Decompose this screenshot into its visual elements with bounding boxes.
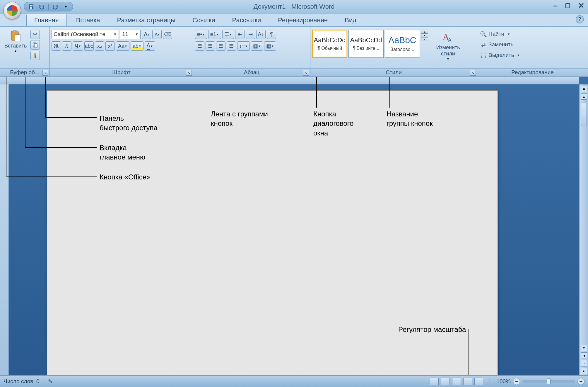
format-painter-button[interactable] bbox=[30, 51, 40, 60]
copy-button[interactable] bbox=[30, 40, 40, 50]
view-draft-button[interactable] bbox=[474, 378, 483, 385]
bold-button[interactable]: Ж bbox=[52, 41, 61, 51]
svg-rect-5 bbox=[13, 30, 17, 32]
sort-button[interactable]: A↓ bbox=[256, 30, 266, 39]
shrink-font-button[interactable]: A▾ bbox=[152, 30, 162, 39]
replace-button[interactable]: ⇄ Заменить bbox=[479, 41, 521, 48]
font-size-combo[interactable]: 11▼ bbox=[120, 30, 141, 39]
vertical-ruler[interactable] bbox=[0, 84, 9, 375]
bullets-button[interactable]: ≡•▼ bbox=[195, 30, 207, 39]
chevron-down-icon: ▼ bbox=[14, 50, 17, 53]
justify-button[interactable]: ☰ bbox=[227, 41, 236, 51]
zoom-slider[interactable] bbox=[522, 380, 575, 383]
view-full-screen-button[interactable] bbox=[441, 378, 450, 385]
superscript-button[interactable]: x² bbox=[105, 41, 115, 51]
align-center-icon: ☰ bbox=[208, 43, 213, 49]
line-spacing-button[interactable]: ↕≡▼ bbox=[237, 41, 250, 51]
borders-icon: ▦ bbox=[266, 43, 271, 49]
align-left-button[interactable]: ☰ bbox=[195, 41, 204, 51]
tab-mailings[interactable]: Рассылки bbox=[225, 14, 269, 26]
qat-redo-button[interactable] bbox=[52, 3, 59, 11]
status-proofing-icon[interactable]: ✎ bbox=[48, 378, 53, 385]
tab-home[interactable]: Главная bbox=[26, 14, 67, 26]
align-right-button[interactable]: ☰ bbox=[216, 41, 225, 51]
qat-save-button[interactable] bbox=[27, 3, 35, 11]
zoom-out-button[interactable]: − bbox=[513, 378, 520, 385]
find-button[interactable]: 🔍 Найти ▼ bbox=[479, 30, 521, 38]
minimize-button[interactable]: – bbox=[553, 1, 558, 10]
vertical-scrollbar[interactable]: ◉ ▴ ▾ ◂ ○ ▸ bbox=[579, 84, 588, 375]
office-button[interactable] bbox=[4, 2, 21, 19]
window-title: Документ1 - Microsoft Word bbox=[254, 3, 335, 11]
strikethrough-button[interactable]: abc bbox=[84, 41, 94, 51]
subscript-button[interactable]: x₂ bbox=[95, 41, 104, 51]
next-page-button[interactable]: ▸ bbox=[581, 368, 587, 374]
redo-icon bbox=[52, 4, 58, 10]
view-print-layout-button[interactable] bbox=[430, 378, 439, 385]
italic-button[interactable]: К bbox=[62, 41, 71, 51]
restore-button[interactable]: ❐ bbox=[565, 2, 570, 9]
scroll-thumb[interactable] bbox=[581, 103, 587, 126]
style-no-spacing[interactable]: AaBbCcDd ¶ Без инте... bbox=[348, 30, 384, 58]
group-font: Calibri (Основной те▼ 11▼ A▴ A▾ ⌫ Ж К Ч … bbox=[50, 27, 193, 77]
clipboard-dialog-launcher[interactable]: ↘ bbox=[42, 70, 48, 76]
qat-undo-button[interactable] bbox=[38, 3, 45, 11]
eraser-icon: ⌫ bbox=[164, 31, 171, 38]
change-case-button[interactable]: Aa▼ bbox=[116, 41, 129, 51]
tab-view[interactable]: Вид bbox=[337, 14, 364, 26]
prev-page-button[interactable]: ◂ bbox=[581, 352, 587, 359]
multilevel-button[interactable]: ☰▼ bbox=[222, 30, 234, 39]
tab-insert[interactable]: Вставка bbox=[69, 14, 108, 26]
close-button[interactable]: ✕ bbox=[578, 1, 584, 10]
change-styles-button[interactable]: AA Изменить стили ▼ bbox=[432, 30, 464, 62]
borders-button[interactable]: ▦▼ bbox=[264, 41, 276, 51]
font-color-button[interactable]: A▼ bbox=[145, 41, 155, 51]
document-viewport: Панель быстрого доступа Вкладка главное … bbox=[9, 84, 579, 375]
zoom-slider-knob[interactable] bbox=[547, 378, 551, 384]
callout-line bbox=[45, 117, 97, 118]
style-heading1[interactable]: AaBbC Заголово... bbox=[385, 30, 420, 58]
clear-formatting-button[interactable]: ⌫ bbox=[163, 30, 172, 39]
styles-dialog-launcher[interactable]: ↘ bbox=[470, 70, 476, 76]
font-name-combo[interactable]: Calibri (Основной те▼ bbox=[52, 30, 119, 39]
view-web-button[interactable] bbox=[452, 378, 461, 385]
annotation-launcher: Кнопка диалогового окна bbox=[313, 109, 353, 138]
qat-separator bbox=[48, 4, 49, 10]
decrease-indent-button[interactable]: ⇤ bbox=[235, 30, 245, 39]
qat-customize-button[interactable]: ▼ bbox=[62, 3, 70, 11]
scroll-down-button[interactable]: ▾ bbox=[581, 345, 587, 351]
svg-rect-10 bbox=[35, 55, 36, 58]
group-label-clipboard: Буфер об... ↘ bbox=[0, 68, 49, 77]
grow-font-button[interactable]: A▴ bbox=[142, 30, 151, 39]
view-outline-button[interactable] bbox=[463, 378, 472, 385]
underline-button[interactable]: Ч ▼ bbox=[73, 41, 83, 51]
sort-icon: A↓ bbox=[258, 31, 264, 38]
style-normal[interactable]: AaBbCcDd ¶ Обычный bbox=[312, 30, 347, 58]
numbering-button[interactable]: ≡1▼ bbox=[208, 30, 221, 39]
highlight-button[interactable]: ab▼ bbox=[131, 41, 143, 51]
tab-review[interactable]: Рецензирование bbox=[270, 14, 335, 26]
tab-page-layout[interactable]: Разметка страницы bbox=[110, 14, 183, 26]
scroll-up-button[interactable]: ▴ bbox=[581, 93, 587, 100]
horizontal-ruler[interactable] bbox=[9, 77, 579, 84]
align-center-button[interactable]: ☰ bbox=[206, 41, 215, 51]
paragraph-dialog-launcher[interactable]: ↘ bbox=[303, 70, 309, 76]
help-button[interactable]: ? bbox=[576, 15, 584, 23]
browse-object-button[interactable]: ○ bbox=[581, 360, 587, 366]
status-word-count[interactable]: Число слов: 0 bbox=[4, 378, 40, 385]
increase-indent-button[interactable]: ⇥ bbox=[246, 30, 255, 39]
zoom-in-button[interactable]: + bbox=[577, 378, 584, 385]
styles-gallery-more[interactable]: ▴ ▾ ▾ bbox=[421, 30, 428, 41]
tab-references[interactable]: Ссылки bbox=[185, 14, 223, 26]
group-label-styles: Стили ↘ bbox=[310, 68, 477, 77]
ruler-toggle-button[interactable]: ◉ bbox=[581, 86, 587, 92]
shading-button[interactable]: ▦▼ bbox=[251, 41, 263, 51]
select-button[interactable]: ⬚ Выделить ▼ bbox=[479, 51, 521, 59]
cut-button[interactable]: ✂ bbox=[30, 30, 40, 39]
show-marks-button[interactable]: ¶ bbox=[267, 30, 276, 39]
paste-button[interactable]: Вставить ▼ bbox=[2, 28, 29, 54]
font-dialog-launcher[interactable]: ↘ bbox=[186, 70, 192, 76]
chevron-down-icon: ▼ bbox=[447, 57, 449, 61]
zoom-level[interactable]: 100% bbox=[496, 378, 511, 385]
chevron-down-icon: ▼ bbox=[139, 45, 141, 48]
